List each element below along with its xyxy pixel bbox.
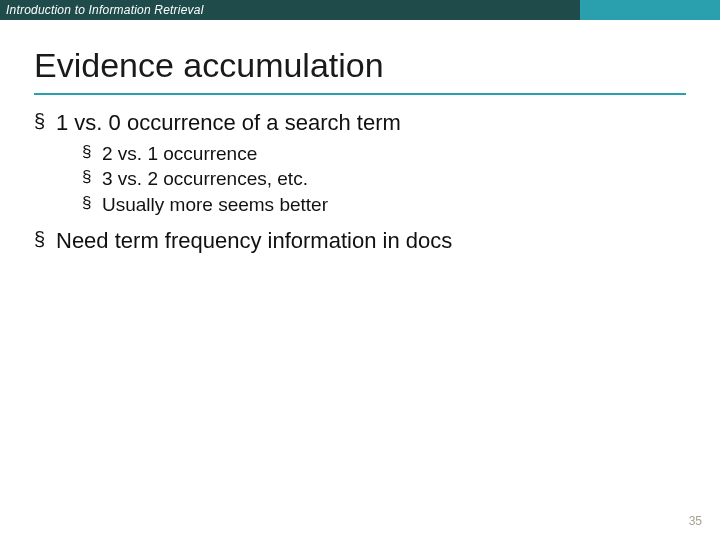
header-accent-segment [580, 0, 720, 20]
list-item: 3 vs. 2 occurrences, etc. [82, 166, 686, 192]
slide-title: Evidence accumulation [34, 46, 686, 89]
title-block: Evidence accumulation [34, 46, 686, 95]
bullet-text: Need term frequency information in docs [56, 228, 452, 253]
slide-body: 1 vs. 0 occurrence of a search term 2 vs… [34, 109, 686, 255]
bullet-list: 1 vs. 0 occurrence of a search term 2 vs… [34, 109, 686, 255]
page-number: 35 [689, 514, 702, 528]
list-item: 1 vs. 0 occurrence of a search term 2 vs… [34, 109, 686, 217]
sub-bullet-list: 2 vs. 1 occurrence 3 vs. 2 occurrences, … [82, 141, 686, 218]
list-item: Need term frequency information in docs [34, 227, 686, 255]
bullet-text: Usually more seems better [102, 194, 328, 215]
title-underline [34, 93, 686, 95]
list-item: 2 vs. 1 occurrence [82, 141, 686, 167]
bullet-text: 3 vs. 2 occurrences, etc. [102, 168, 308, 189]
header-bar: Introduction to Information Retrieval [0, 0, 720, 20]
bullet-text: 2 vs. 1 occurrence [102, 143, 257, 164]
bullet-text: 1 vs. 0 occurrence of a search term [56, 110, 401, 135]
list-item: Usually more seems better [82, 192, 686, 218]
header-dark-segment: Introduction to Information Retrieval [0, 0, 580, 20]
course-title: Introduction to Information Retrieval [0, 3, 204, 17]
